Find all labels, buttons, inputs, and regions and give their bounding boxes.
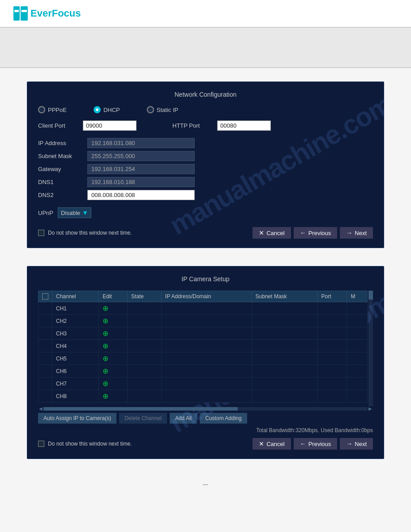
dns2-label: DNS2: [38, 192, 87, 198]
scroll-right-icon[interactable]: ▶: [368, 406, 373, 411]
prev-arrow-icon: ←: [300, 229, 306, 236]
td-edit-ch5[interactable]: ⊕: [99, 352, 128, 365]
network-mode-row: PPPoE DHCP Static IP: [38, 106, 373, 113]
td-edit-ch3[interactable]: ⊕: [99, 327, 128, 340]
add-btn-ch8[interactable]: ⊕: [103, 392, 108, 400]
td-port-ch6: [317, 365, 347, 378]
pppoe-radio-circle[interactable]: [38, 106, 45, 113]
add-btn-ch1[interactable]: ⊕: [103, 305, 108, 312]
add-btn-ch3[interactable]: ⊕: [103, 330, 108, 337]
static-ip-radio-circle[interactable]: [147, 106, 154, 113]
scroll-left-icon[interactable]: ◀: [38, 406, 43, 411]
client-port-label: Client Port: [38, 122, 74, 129]
ip-next-arrow-icon: →: [346, 440, 352, 447]
ip-camera-btn-group: ✕ Cancel ← Previous → Next: [253, 438, 373, 450]
subnet-mask-input[interactable]: [87, 151, 195, 161]
no-show-text: Do not show this window next time.: [48, 230, 132, 236]
ip-camera-table: Channel Edit State IP Address/Domain Sub…: [38, 291, 368, 403]
h-scroll-track[interactable]: [43, 407, 368, 411]
upnp-dropdown-arrow-icon: ▼: [82, 209, 88, 216]
ip-camera-dialog: manualmachine.com IP Camera Setup Channe…: [27, 266, 384, 459]
table-row: CH4 ⊕: [39, 340, 368, 352]
td-edit-ch1[interactable]: ⊕: [99, 302, 128, 315]
td-checkbox-ch8: [39, 390, 52, 403]
upnp-select[interactable]: Disable ▼: [58, 207, 91, 218]
ip-previous-button[interactable]: ← Previous: [294, 438, 338, 450]
ip-no-show-checkbox[interactable]: [38, 441, 44, 447]
add-btn-ch7[interactable]: ⊕: [103, 380, 108, 387]
network-next-label: Next: [355, 230, 367, 236]
network-previous-button[interactable]: ← Previous: [294, 227, 338, 239]
logo-text: EverFocus: [30, 8, 81, 19]
td-state-ch3: [127, 327, 161, 340]
ip-cancel-label: Cancel: [266, 441, 284, 447]
network-cancel-button[interactable]: ✕ Cancel: [253, 227, 291, 239]
scroll-thumb[interactable]: [368, 291, 373, 300]
subnet-mask-row: Subnet Mask: [38, 151, 373, 161]
pppoe-radio[interactable]: PPPoE: [38, 106, 67, 113]
add-btn-ch6[interactable]: ⊕: [103, 367, 108, 375]
dhcp-radio-circle[interactable]: [94, 106, 101, 113]
custom-adding-button[interactable]: Custom Adding: [200, 413, 247, 424]
td-edit-ch2[interactable]: ⊕: [99, 315, 128, 327]
th-ip: IP Address/Domain: [161, 291, 252, 302]
ip-next-button[interactable]: → Next: [340, 438, 373, 450]
dns2-row: DNS2: [38, 190, 373, 200]
td-state-ch8: [127, 390, 161, 403]
add-btn-ch4[interactable]: ⊕: [103, 342, 108, 350]
add-all-button[interactable]: Add All: [170, 413, 197, 424]
td-m-ch6: [347, 365, 368, 378]
ip-no-show-checkbox-label[interactable]: Do not show this window next time.: [38, 441, 132, 447]
td-edit-ch4[interactable]: ⊕: [99, 340, 128, 352]
add-btn-ch2[interactable]: ⊕: [103, 317, 108, 325]
logo: EverFocus: [13, 6, 398, 21]
td-port-ch7: [317, 378, 347, 390]
td-subnet-ch8: [252, 390, 317, 403]
td-edit-ch6[interactable]: ⊕: [99, 365, 128, 378]
td-edit-ch7[interactable]: ⊕: [99, 378, 128, 390]
select-all-checkbox[interactable]: [42, 293, 48, 300]
dns1-input[interactable]: [87, 177, 195, 187]
dns2-input[interactable]: [87, 190, 195, 200]
td-state-ch6: [127, 365, 161, 378]
static-ip-radio[interactable]: Static IP: [147, 106, 178, 113]
td-state-ch5: [127, 352, 161, 365]
ip-cancel-button[interactable]: ✕ Cancel: [253, 438, 291, 450]
ip-camera-footer: Do not show this window next time. ✕ Can…: [38, 438, 373, 450]
th-channel: Channel: [52, 291, 99, 302]
td-edit-ch8[interactable]: ⊕: [99, 390, 128, 403]
td-channel-ch8: CH8: [52, 390, 99, 403]
td-port-ch2: [317, 315, 347, 327]
ip-table-header-row: Channel Edit State IP Address/Domain Sub…: [39, 291, 368, 302]
ip-prev-arrow-icon: ←: [300, 440, 306, 447]
table-row: CH1 ⊕: [39, 302, 368, 315]
vertical-scrollbar[interactable]: [368, 291, 373, 406]
td-checkbox-ch5: [39, 352, 52, 365]
dhcp-label: DHCP: [103, 107, 120, 113]
td-ip-ch1: [161, 302, 252, 315]
ip-camera-table-container: Channel Edit State IP Address/Domain Sub…: [38, 291, 373, 406]
no-show-checkbox[interactable]: [38, 230, 44, 236]
network-config-title: Network Configuration: [38, 91, 373, 98]
delete-channel-button[interactable]: Delete Channel: [119, 413, 167, 424]
td-checkbox-ch3: [39, 327, 52, 340]
h-scroll-thumb[interactable]: [43, 407, 238, 411]
upnp-value: Disable: [61, 210, 80, 216]
add-btn-ch5[interactable]: ⊕: [103, 355, 108, 362]
td-ip-ch4: [161, 340, 252, 352]
td-checkbox-ch4: [39, 340, 52, 352]
no-show-checkbox-label[interactable]: Do not show this window next time.: [38, 230, 132, 236]
dhcp-radio[interactable]: DHCP: [94, 106, 120, 113]
td-m-ch1: [347, 302, 368, 315]
client-port-input[interactable]: [83, 120, 137, 131]
td-subnet-ch3: [252, 327, 317, 340]
td-checkbox-ch7: [39, 378, 52, 390]
ip-camera-title: IP Camera Setup: [38, 275, 373, 283]
ip-address-input[interactable]: [87, 138, 195, 148]
network-next-button[interactable]: → Next: [340, 227, 373, 239]
td-ip-ch8: [161, 390, 252, 403]
auto-assign-button[interactable]: Auto Assign IP to Camera(s): [38, 413, 116, 424]
http-port-input[interactable]: [217, 120, 271, 131]
gateway-input[interactable]: [87, 164, 195, 174]
ip-cancel-x-icon: ✕: [259, 440, 264, 447]
